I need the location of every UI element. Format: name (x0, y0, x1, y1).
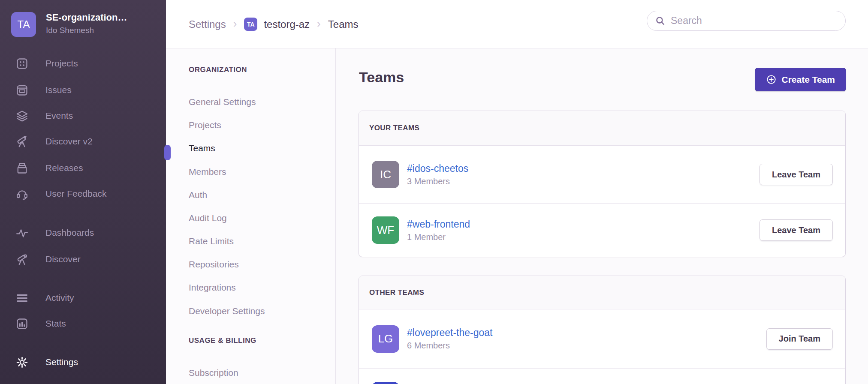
org-avatar[interactable]: TA (11, 12, 36, 37)
telescope-icon (15, 253, 29, 266)
sidebar-item-label: Discover (45, 254, 81, 264)
plus-circle-icon (766, 74, 777, 85)
events-icon (15, 109, 29, 123)
org-user-name: Ido Shemesh (46, 26, 94, 35)
sidebar-item-discover[interactable]: Discover (0, 252, 166, 267)
team-avatar: WF (372, 216, 399, 244)
panel-header: YOUR TEAMS (359, 111, 845, 146)
sidebar-item-releases[interactable]: Releases (0, 160, 166, 176)
team-member-count: 3 Members (407, 177, 468, 186)
sidebar-item-settings[interactable]: Settings (0, 354, 166, 370)
gear-icon (15, 356, 29, 369)
sidebar-item-events[interactable]: Events (0, 108, 166, 123)
team-avatar: LG (372, 325, 399, 353)
top-bar: Settings › TA testorg-az › Teams (166, 0, 868, 48)
team-link[interactable]: #lovepreet-the-goat (407, 327, 492, 339)
nav-item-members[interactable]: Members (189, 167, 226, 177)
sidebar-item-label: Dashboards (45, 228, 94, 238)
team-avatar: IC (372, 161, 399, 188)
team-member-count: 6 Members (407, 341, 492, 351)
main-content: Teams Create Team YOUR TEAMS IC #idos-ch… (336, 48, 868, 384)
nav-item-audit-log[interactable]: Audit Log (189, 213, 227, 223)
create-team-label: Create Team (781, 75, 835, 85)
breadcrumb: Settings › TA testorg-az › Teams (189, 0, 358, 48)
breadcrumb-settings[interactable]: Settings (189, 18, 226, 30)
nav-item-integrations[interactable]: Integrations (189, 282, 236, 293)
team-member-count: 1 Member (407, 232, 470, 242)
search-icon (655, 15, 666, 26)
nav-item-auth[interactable]: Auth (189, 190, 207, 200)
sidebar-item-user-feedback[interactable]: User Feedback (0, 186, 166, 201)
sidebar-item-label: Settings (45, 357, 78, 367)
sidebar-item-issues[interactable]: Issues (0, 82, 166, 98)
sidebar-item-label: Stats (45, 318, 66, 329)
sidebar-item-stats[interactable]: Stats (0, 316, 166, 331)
other-teams-panel: OTHER TEAMS LG #lovepreet-the-goat 6 Mem… (359, 276, 846, 384)
search-input[interactable] (671, 15, 825, 27)
headset-icon (15, 187, 29, 201)
leave-team-button[interactable]: Leave Team (760, 164, 833, 185)
panel-header: OTHER TEAMS (359, 276, 845, 309)
archive-icon (15, 162, 29, 175)
sidebar-item-label: Discover v2 (45, 136, 93, 147)
projects-icon (15, 57, 29, 70)
breadcrumb-page: Teams (328, 18, 359, 30)
nav-item-developer-settings[interactable]: Developer Settings (189, 306, 265, 316)
settings-secondary-nav: ORGANIZATION General Settings Projects T… (166, 48, 336, 384)
nav-section-usage-billing: USAGE & BILLING (189, 336, 256, 345)
team-link[interactable]: #web-frontend (407, 219, 470, 230)
sidebar-item-label: Events (45, 111, 73, 121)
chevron-right-icon: › (316, 18, 322, 31)
nav-item-repositories[interactable]: Repositories (189, 259, 239, 270)
sidebar-item-dashboards[interactable]: Dashboards (0, 225, 166, 240)
nav-section-organization: ORGANIZATION (189, 66, 247, 74)
menu-lines-icon (15, 291, 29, 305)
sidebar-item-discover-v2[interactable]: Discover v2 (0, 134, 166, 149)
sidebar-item-label: Issues (45, 85, 72, 95)
sidebar-item-label: Projects (45, 58, 78, 69)
nav-item-rate-limits[interactable]: Rate Limits (189, 236, 234, 246)
sidebar-item-label: Releases (45, 163, 83, 173)
sidebar-item-label: User Feedback (45, 189, 106, 199)
your-teams-panel: YOUR TEAMS IC #idos-cheetos 3 Members Le… (359, 111, 846, 257)
nav-item-general-settings[interactable]: General Settings (189, 97, 256, 107)
telescope-icon (15, 135, 29, 148)
nav-item-teams[interactable]: Teams (189, 143, 215, 153)
sidebar-active-indicator (164, 145, 171, 160)
org-name[interactable]: SE-organization… (46, 12, 153, 23)
search-box[interactable] (647, 11, 846, 31)
org-badge[interactable]: TA (244, 18, 257, 31)
nav-item-projects[interactable]: Projects (189, 120, 221, 130)
leave-team-button[interactable]: Leave Team (760, 219, 833, 241)
sidebar-item-activity[interactable]: Activity (0, 290, 166, 306)
bar-chart-icon (15, 317, 29, 330)
team-row: LG #lovepreet-the-goat 6 Members Join Te… (359, 309, 845, 368)
team-row: IC #idos-cheetos 3 Members Leave Team (359, 146, 845, 203)
chevron-right-icon: › (232, 18, 238, 31)
join-team-button[interactable]: Join Team (766, 328, 833, 350)
pulse-icon (15, 226, 29, 240)
team-avatar (372, 382, 399, 384)
sidebar-item-label: Activity (45, 293, 74, 303)
create-team-button[interactable]: Create Team (755, 68, 846, 91)
issues-icon (15, 84, 29, 97)
team-link[interactable]: #idos-cheetos (407, 163, 468, 174)
breadcrumb-org[interactable]: testorg-az (264, 18, 310, 30)
page-title: Teams (359, 69, 404, 86)
nav-item-subscription[interactable]: Subscription (189, 368, 238, 378)
sidebar-item-projects[interactable]: Projects (0, 56, 166, 71)
team-row: WF #web-frontend 1 Member Leave Team (359, 203, 845, 257)
app-sidebar: TA SE-organization… Ido Shemesh Projects… (0, 0, 166, 384)
team-row-partial (359, 368, 845, 384)
